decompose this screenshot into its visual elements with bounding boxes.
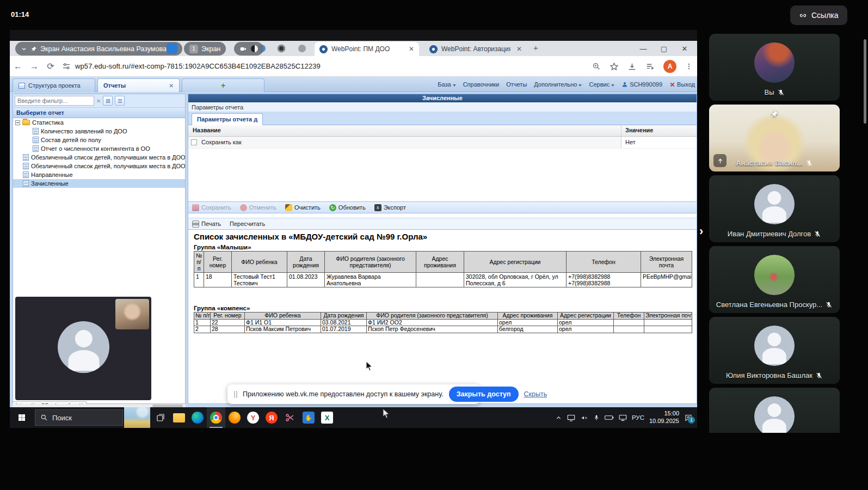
participant-tile[interactable]: Светлана Евгеньевна Проскур... <box>709 246 840 313</box>
browser-tab[interactable]: WebPoint: Авторизация ✕ <box>424 42 527 56</box>
messenger-icon[interactable] <box>167 43 177 54</box>
chrome-button[interactable] <box>207 407 225 428</box>
browser-profile-avatar[interactable]: А <box>663 60 676 73</box>
tree-item-report[interactable]: Состав детей по полу <box>13 136 185 144</box>
screen-pill[interactable]: 1 Экран <box>184 42 226 56</box>
tab-close-icon[interactable]: ✕ <box>409 45 414 53</box>
taskbar-clock[interactable]: 15:00 10.09.2025 <box>649 410 679 425</box>
cancel-button[interactable]: Отменить <box>240 204 276 211</box>
site-settings-icon[interactable] <box>62 62 71 71</box>
menu-references[interactable]: Справочники <box>463 81 500 88</box>
tab-close-icon[interactable]: ✕ <box>516 45 522 53</box>
volume-muted-icon[interactable] <box>580 414 588 421</box>
sidebar-scrollbar[interactable] <box>864 39 866 124</box>
hide-link[interactable]: Скрыть <box>524 390 547 398</box>
tab-close-icon[interactable]: ✕ <box>169 83 174 89</box>
tab-project-structure[interactable]: Структура проекта <box>13 78 95 92</box>
browser-tab-active[interactable]: WebPoint: ПМ ДОО ✕ <box>315 42 419 56</box>
participant-tile-speaker[interactable]: Анастасия Васил... <box>709 105 840 171</box>
participant-tile-self[interactable]: Вы <box>709 34 840 101</box>
checkbox-icon[interactable] <box>191 139 197 145</box>
collapse-sidebar-chevron[interactable]: › <box>699 224 703 238</box>
tree-folder-statistics[interactable]: Статистика <box>13 118 185 127</box>
minimize-button[interactable]: — <box>633 45 654 53</box>
collapse-expander-icon[interactable] <box>15 120 20 125</box>
battery-icon[interactable] <box>605 414 614 421</box>
screen-share-name-pill[interactable]: Экран Анастасия Васильевна Разумова <box>15 42 182 56</box>
participant-tile[interactable]: Иван Дмитриевич Долгов <box>709 175 840 242</box>
tree-item-report[interactable]: Отчет о численности контингента в ОО <box>13 144 185 153</box>
extension-icon[interactable] <box>278 45 285 52</box>
print-button[interactable]: Печать <box>192 220 221 228</box>
export-button[interactable]: x Экспорт <box>374 204 406 211</box>
camera-toggle-pill[interactable] <box>234 42 263 56</box>
browser-menu-icon[interactable] <box>685 62 693 71</box>
params-grid-row[interactable]: Сохранить как Нет <box>188 137 697 149</box>
url-text[interactable]: wp57.edu-soft.ru/#ext-comp-7815:1902A9CC… <box>75 62 321 70</box>
excel-button[interactable]: X <box>318 407 336 428</box>
reload-icon[interactable]: ⟳ <box>42 61 59 71</box>
recalculate-button[interactable]: Пересчитать <box>230 220 265 227</box>
tree-item-report-selected[interactable]: Зачисленные <box>13 179 185 188</box>
close-access-button[interactable]: Закрыть доступ <box>449 387 519 402</box>
extension-icon[interactable] <box>298 45 306 52</box>
vk-teams-button[interactable]: ✋ <box>299 407 318 428</box>
weather-widget[interactable] <box>124 407 150 428</box>
menu-base[interactable]: База <box>438 81 455 88</box>
call-link-button[interactable]: Ссылка <box>790 5 847 25</box>
file-explorer-button[interactable] <box>170 407 188 428</box>
param-value[interactable]: Нет <box>625 139 636 145</box>
bookmark-star-icon[interactable] <box>610 62 619 71</box>
menu-service[interactable]: Сервис <box>589 81 614 88</box>
back-icon[interactable]: ← <box>10 62 26 71</box>
filter-input[interactable] <box>15 96 94 106</box>
chevron-down-icon[interactable] <box>21 46 27 52</box>
report-params-header[interactable]: Параметры отчета <box>188 102 697 112</box>
params-tab[interactable]: Параметры отчета д <box>192 113 263 125</box>
column-divider[interactable] <box>621 125 621 136</box>
participant-tile[interactable] <box>709 388 840 433</box>
cast-icon[interactable] <box>567 414 575 421</box>
current-user[interactable]: SCH990099 <box>621 81 662 88</box>
participant-tile[interactable]: Юлия Викторовна Башлак <box>709 317 840 384</box>
reading-list-icon[interactable] <box>645 62 655 71</box>
windows-logo-icon <box>17 413 26 422</box>
refresh-button[interactable]: ↻ Обновить <box>329 204 366 211</box>
microphone-icon[interactable] <box>593 414 600 421</box>
forward-icon[interactable]: → <box>26 62 42 71</box>
download-icon[interactable] <box>627 62 637 71</box>
snipping-tool-button[interactable] <box>281 407 299 428</box>
menu-reports[interactable]: Отчеты <box>506 81 527 88</box>
maximize-button[interactable]: ▢ <box>654 45 674 53</box>
task-view-button[interactable] <box>151 407 170 428</box>
column-name[interactable]: Название <box>193 127 221 133</box>
save-button[interactable]: Сохранить <box>192 204 231 211</box>
language-indicator[interactable]: РУС <box>632 414 644 421</box>
edge-button[interactable] <box>188 407 207 428</box>
new-tab-button[interactable]: + <box>533 43 538 52</box>
tree-item-report[interactable]: Направленные <box>13 170 185 179</box>
zoom-icon[interactable] <box>592 62 601 71</box>
taskbar-search[interactable]: Поиск <box>35 409 123 426</box>
close-button[interactable]: ✕ <box>674 45 695 53</box>
menu-extra[interactable]: Дополнительно <box>534 81 582 88</box>
network-display-icon[interactable] <box>619 414 627 421</box>
column-value[interactable]: Значение <box>625 127 653 133</box>
tray-chevron-up-icon[interactable] <box>555 414 562 421</box>
yandex-button[interactable]: Я <box>262 407 281 428</box>
yandex-browser-button[interactable]: Y <box>244 407 262 428</box>
clear-button[interactable]: Очистить <box>285 204 321 211</box>
tree-item-report[interactable]: Количество заявлений по ДОО <box>13 127 185 136</box>
firefox-button[interactable] <box>225 407 244 428</box>
tree-item-report[interactable]: Обезличенный список детей, получивших ме… <box>13 162 185 170</box>
logout-button[interactable]: Выход <box>669 81 695 88</box>
action-center-button[interactable]: 1 <box>684 414 693 422</box>
tab-reports[interactable]: Отчеты ✕ <box>97 78 180 92</box>
tab-add-new[interactable]: + <box>182 78 264 92</box>
start-button[interactable] <box>10 407 34 428</box>
expand-all-button[interactable]: ⊞ <box>103 96 113 106</box>
drag-handle[interactable] <box>234 391 237 398</box>
tree-item-report[interactable]: Обезличенный список детей, получивших ме… <box>13 153 185 162</box>
clear-filter-icon[interactable]: ✕ <box>96 98 101 104</box>
collapse-all-button[interactable]: ☰ <box>115 96 125 106</box>
